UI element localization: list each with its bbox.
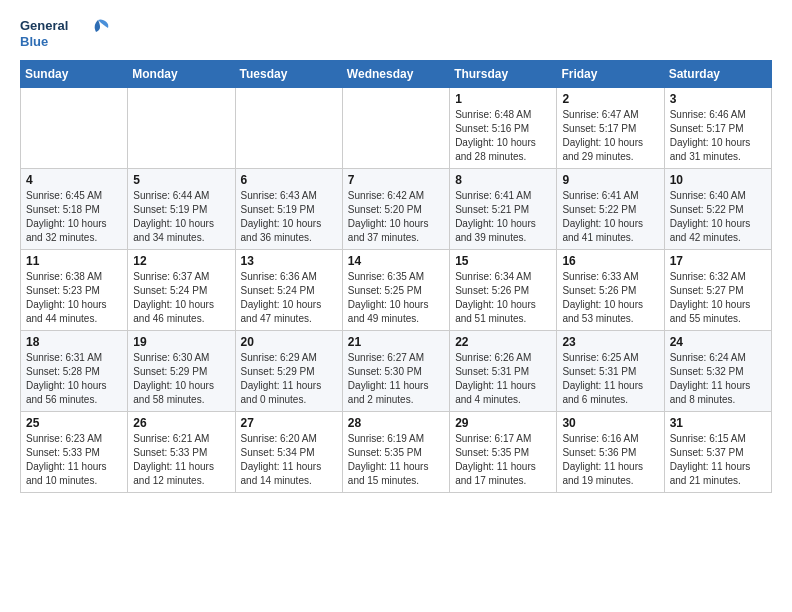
week-row-3: 11Sunrise: 6:38 AM Sunset: 5:23 PM Dayli… (21, 250, 772, 331)
day-info: Sunrise: 6:29 AM Sunset: 5:29 PM Dayligh… (241, 351, 337, 407)
calendar-cell (235, 88, 342, 169)
header-sunday: Sunday (21, 61, 128, 88)
calendar-cell: 1Sunrise: 6:48 AM Sunset: 5:16 PM Daylig… (450, 88, 557, 169)
day-number: 13 (241, 254, 337, 268)
day-number: 28 (348, 416, 444, 430)
calendar-cell: 8Sunrise: 6:41 AM Sunset: 5:21 PM Daylig… (450, 169, 557, 250)
logo: General Blue (20, 16, 120, 52)
calendar-cell: 13Sunrise: 6:36 AM Sunset: 5:24 PM Dayli… (235, 250, 342, 331)
calendar-cell: 22Sunrise: 6:26 AM Sunset: 5:31 PM Dayli… (450, 331, 557, 412)
day-info: Sunrise: 6:41 AM Sunset: 5:21 PM Dayligh… (455, 189, 551, 245)
calendar-cell (21, 88, 128, 169)
header-friday: Friday (557, 61, 664, 88)
svg-text:Blue: Blue (20, 34, 48, 49)
day-number: 2 (562, 92, 658, 106)
calendar-cell: 9Sunrise: 6:41 AM Sunset: 5:22 PM Daylig… (557, 169, 664, 250)
day-number: 31 (670, 416, 766, 430)
day-info: Sunrise: 6:47 AM Sunset: 5:17 PM Dayligh… (562, 108, 658, 164)
day-number: 9 (562, 173, 658, 187)
calendar-cell: 10Sunrise: 6:40 AM Sunset: 5:22 PM Dayli… (664, 169, 771, 250)
day-number: 1 (455, 92, 551, 106)
day-number: 11 (26, 254, 122, 268)
day-info: Sunrise: 6:37 AM Sunset: 5:24 PM Dayligh… (133, 270, 229, 326)
week-row-4: 18Sunrise: 6:31 AM Sunset: 5:28 PM Dayli… (21, 331, 772, 412)
header-monday: Monday (128, 61, 235, 88)
calendar-cell: 30Sunrise: 6:16 AM Sunset: 5:36 PM Dayli… (557, 412, 664, 493)
week-row-2: 4Sunrise: 6:45 AM Sunset: 5:18 PM Daylig… (21, 169, 772, 250)
day-number: 14 (348, 254, 444, 268)
calendar-cell: 28Sunrise: 6:19 AM Sunset: 5:35 PM Dayli… (342, 412, 449, 493)
day-number: 17 (670, 254, 766, 268)
day-info: Sunrise: 6:35 AM Sunset: 5:25 PM Dayligh… (348, 270, 444, 326)
day-info: Sunrise: 6:24 AM Sunset: 5:32 PM Dayligh… (670, 351, 766, 407)
day-info: Sunrise: 6:38 AM Sunset: 5:23 PM Dayligh… (26, 270, 122, 326)
day-info: Sunrise: 6:26 AM Sunset: 5:31 PM Dayligh… (455, 351, 551, 407)
day-info: Sunrise: 6:16 AM Sunset: 5:36 PM Dayligh… (562, 432, 658, 488)
day-info: Sunrise: 6:31 AM Sunset: 5:28 PM Dayligh… (26, 351, 122, 407)
day-number: 7 (348, 173, 444, 187)
calendar-cell: 5Sunrise: 6:44 AM Sunset: 5:19 PM Daylig… (128, 169, 235, 250)
week-row-1: 1Sunrise: 6:48 AM Sunset: 5:16 PM Daylig… (21, 88, 772, 169)
logo-svg: General Blue (20, 16, 120, 52)
header-tuesday: Tuesday (235, 61, 342, 88)
calendar-cell: 2Sunrise: 6:47 AM Sunset: 5:17 PM Daylig… (557, 88, 664, 169)
day-number: 4 (26, 173, 122, 187)
day-number: 23 (562, 335, 658, 349)
day-info: Sunrise: 6:43 AM Sunset: 5:19 PM Dayligh… (241, 189, 337, 245)
calendar-cell: 7Sunrise: 6:42 AM Sunset: 5:20 PM Daylig… (342, 169, 449, 250)
calendar-cell: 23Sunrise: 6:25 AM Sunset: 5:31 PM Dayli… (557, 331, 664, 412)
header-wednesday: Wednesday (342, 61, 449, 88)
calendar-cell: 27Sunrise: 6:20 AM Sunset: 5:34 PM Dayli… (235, 412, 342, 493)
day-number: 21 (348, 335, 444, 349)
calendar-table: SundayMondayTuesdayWednesdayThursdayFrid… (20, 60, 772, 493)
day-info: Sunrise: 6:42 AM Sunset: 5:20 PM Dayligh… (348, 189, 444, 245)
day-number: 10 (670, 173, 766, 187)
calendar-cell: 19Sunrise: 6:30 AM Sunset: 5:29 PM Dayli… (128, 331, 235, 412)
calendar-cell: 14Sunrise: 6:35 AM Sunset: 5:25 PM Dayli… (342, 250, 449, 331)
calendar-cell: 29Sunrise: 6:17 AM Sunset: 5:35 PM Dayli… (450, 412, 557, 493)
calendar-cell: 21Sunrise: 6:27 AM Sunset: 5:30 PM Dayli… (342, 331, 449, 412)
day-number: 25 (26, 416, 122, 430)
day-number: 26 (133, 416, 229, 430)
day-info: Sunrise: 6:27 AM Sunset: 5:30 PM Dayligh… (348, 351, 444, 407)
calendar-body: 1Sunrise: 6:48 AM Sunset: 5:16 PM Daylig… (21, 88, 772, 493)
calendar-cell: 17Sunrise: 6:32 AM Sunset: 5:27 PM Dayli… (664, 250, 771, 331)
day-info: Sunrise: 6:15 AM Sunset: 5:37 PM Dayligh… (670, 432, 766, 488)
logo-text-block: General Blue (20, 16, 120, 52)
day-number: 18 (26, 335, 122, 349)
day-info: Sunrise: 6:45 AM Sunset: 5:18 PM Dayligh… (26, 189, 122, 245)
day-number: 24 (670, 335, 766, 349)
calendar-cell: 16Sunrise: 6:33 AM Sunset: 5:26 PM Dayli… (557, 250, 664, 331)
calendar-cell: 6Sunrise: 6:43 AM Sunset: 5:19 PM Daylig… (235, 169, 342, 250)
calendar-cell: 31Sunrise: 6:15 AM Sunset: 5:37 PM Dayli… (664, 412, 771, 493)
calendar-cell: 24Sunrise: 6:24 AM Sunset: 5:32 PM Dayli… (664, 331, 771, 412)
day-info: Sunrise: 6:20 AM Sunset: 5:34 PM Dayligh… (241, 432, 337, 488)
svg-text:General: General (20, 18, 68, 33)
calendar-cell: 20Sunrise: 6:29 AM Sunset: 5:29 PM Dayli… (235, 331, 342, 412)
day-number: 12 (133, 254, 229, 268)
day-number: 15 (455, 254, 551, 268)
day-info: Sunrise: 6:48 AM Sunset: 5:16 PM Dayligh… (455, 108, 551, 164)
calendar-cell: 3Sunrise: 6:46 AM Sunset: 5:17 PM Daylig… (664, 88, 771, 169)
calendar-cell (342, 88, 449, 169)
day-info: Sunrise: 6:33 AM Sunset: 5:26 PM Dayligh… (562, 270, 658, 326)
day-info: Sunrise: 6:44 AM Sunset: 5:19 PM Dayligh… (133, 189, 229, 245)
header-row: SundayMondayTuesdayWednesdayThursdayFrid… (21, 61, 772, 88)
calendar-cell: 25Sunrise: 6:23 AM Sunset: 5:33 PM Dayli… (21, 412, 128, 493)
day-info: Sunrise: 6:25 AM Sunset: 5:31 PM Dayligh… (562, 351, 658, 407)
day-number: 5 (133, 173, 229, 187)
calendar-cell: 4Sunrise: 6:45 AM Sunset: 5:18 PM Daylig… (21, 169, 128, 250)
day-info: Sunrise: 6:32 AM Sunset: 5:27 PM Dayligh… (670, 270, 766, 326)
day-number: 16 (562, 254, 658, 268)
day-number: 8 (455, 173, 551, 187)
day-info: Sunrise: 6:23 AM Sunset: 5:33 PM Dayligh… (26, 432, 122, 488)
day-info: Sunrise: 6:46 AM Sunset: 5:17 PM Dayligh… (670, 108, 766, 164)
calendar-cell: 26Sunrise: 6:21 AM Sunset: 5:33 PM Dayli… (128, 412, 235, 493)
week-row-5: 25Sunrise: 6:23 AM Sunset: 5:33 PM Dayli… (21, 412, 772, 493)
header-saturday: Saturday (664, 61, 771, 88)
calendar-cell: 18Sunrise: 6:31 AM Sunset: 5:28 PM Dayli… (21, 331, 128, 412)
calendar-cell: 12Sunrise: 6:37 AM Sunset: 5:24 PM Dayli… (128, 250, 235, 331)
day-number: 6 (241, 173, 337, 187)
calendar-cell: 15Sunrise: 6:34 AM Sunset: 5:26 PM Dayli… (450, 250, 557, 331)
day-info: Sunrise: 6:34 AM Sunset: 5:26 PM Dayligh… (455, 270, 551, 326)
